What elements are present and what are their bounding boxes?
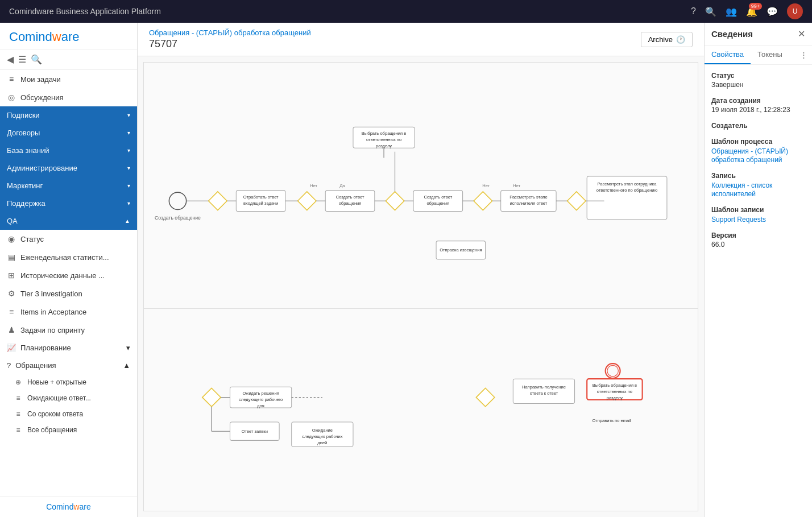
sidebar-sub-all-appeals[interactable]: ≡ Все обращения [0,422,137,438]
sidebar-group-administration[interactable]: Администрирование ▾ [0,159,137,177]
sidebar-footer-logo: Comindware [46,502,91,511]
knowledge-base-label: База знаний [7,146,49,155]
prop-version: Версия 66.0 [711,231,805,249]
all-appeals-label: Все обращения [27,426,77,434]
panel-tabs: Свойства Токены ⋮ [705,46,812,65]
tab-tokens[interactable]: Токены [751,46,789,64]
svg-marker-2 [209,192,227,210]
planning-label: Планирование [20,344,71,352]
svg-text:Создать обращение: Создать обращение [155,215,201,221]
sidebar-item-tier3[interactable]: ⚙ Tier 3 investigation [0,284,137,303]
subscriptions-label: Подписки [7,111,40,119]
sidebar-section-planning[interactable]: 📈 Планирование ▾ [0,339,137,357]
content-area: Обращения - (СТАРЫЙ) обработка обращений… [138,23,704,517]
help-icon[interactable]: ? [691,6,696,16]
svg-text:Нет: Нет [513,183,520,188]
svg-text:следующего рабочего: следующего рабочего [239,398,283,403]
qa-arrow-icon: ▲ [125,218,130,224]
sidebar-group-support[interactable]: Поддержка ▾ [0,195,137,212]
sidebar-logo-area: Comindware [0,23,137,49]
prop-status: Статус Завершен [711,72,805,89]
administration-arrow-icon: ▾ [127,165,130,171]
tab-properties[interactable]: Свойства [705,46,751,64]
svg-text:Ожидать решения: Ожидать решения [242,391,279,396]
diagram-top: Создать обращение Отработать ответ входя… [144,63,698,309]
my-tasks-label: Мои задачи [20,75,61,84]
collapse-sidebar-icon[interactable]: ◀ [7,54,14,65]
appeals-label: Обращения [15,361,56,370]
search-icon[interactable]: 🔍 [705,6,716,17]
sidebar-group-subscriptions[interactable]: Подписки ▾ [0,106,137,124]
historical-data-icon: ⊞ [7,271,16,280]
support-arrow-icon: ▾ [127,200,130,206]
panel-title: Сведения [711,29,753,39]
list-icon[interactable]: ☰ [18,54,26,65]
svg-point-63 [607,366,618,377]
notifications-icon[interactable]: 🔔 99+ [746,6,757,17]
archive-button-label: Archive [648,35,673,44]
sidebar-item-items-acceptance[interactable]: ≡ Items in Acceptance [0,303,137,321]
appeals-icon: ? [7,361,11,370]
svg-text:Рассмотреть этап сотрудника: Рассмотреть этап сотрудника [598,181,657,187]
sidebar-search-icon[interactable]: 🔍 [31,54,42,65]
sidebar-item-my-tasks[interactable]: ≡ Мои задачи [0,70,137,88]
user-avatar[interactable]: U [787,3,803,19]
historical-data-label: Исторические данные ... [20,271,105,280]
prop-record-template-label: Шаблон записи [711,206,805,214]
prop-creator: Создатель [711,122,805,130]
my-tasks-icon: ≡ [7,75,16,84]
breadcrumb[interactable]: Обращения - (СТАРЫЙ) обработка обращений [149,28,311,37]
panel-tab-more-icon[interactable]: ⋮ [796,46,812,64]
sidebar-sub-new-open[interactable]: ⊕ Новые + открытые [0,374,137,390]
sidebar-item-historical-data[interactable]: ⊞ Исторические данные ... [0,266,137,284]
topbar-icons: ? 🔍 👥 🔔 99+ 💬 U [691,3,803,19]
sidebar-item-weekly-stats[interactable]: ▤ Еженедельная статисти... [0,248,137,266]
page-title: 75707 [149,38,311,50]
topbar: Comindware Business Application Platform… [0,0,812,23]
discussions-label: Обсуждения [20,93,64,102]
main-layout: Comindware ◀ ☰ 🔍 ≡ Мои задачи ◎ Обсужден… [0,23,812,517]
svg-point-62 [606,364,620,379]
sidebar-sub-awaiting[interactable]: ≡ Ожидающие ответ... [0,390,137,406]
items-acceptance-label: Items in Acceptance [20,308,86,316]
svg-text:Нет: Нет [310,183,317,188]
messages-icon[interactable]: 💬 [767,6,778,17]
bpmn-diagram-bottom: Ожидать решения следующего рабочего дня … [144,309,698,511]
sidebar-sub-deadline[interactable]: ≡ Со сроком ответа [0,406,137,422]
svg-text:входящей задачи: входящей задачи [243,201,278,206]
prop-record-link[interactable]: Коллекция - список исполнителей [711,181,772,198]
svg-text:ответа к ответ: ответа к ответ [530,391,558,396]
svg-text:Отработать ответ: Отработать ответ [243,195,279,200]
sidebar-group-contracts[interactable]: Договоры ▾ [0,124,137,142]
sidebar-group-marketing[interactable]: Маркетинг ▾ [0,177,137,195]
svg-point-0 [169,192,186,209]
sidebar-item-discussions[interactable]: ◎ Обсуждения [0,88,137,106]
svg-text:Отправить по email: Отправить по email [592,418,631,423]
prop-version-label: Версия [711,231,805,239]
svg-text:дня: дня [257,403,264,408]
sidebar-item-status[interactable]: ◉ Статус [0,230,137,248]
svg-marker-10 [386,192,404,210]
new-open-label: Новые + открытые [27,378,86,386]
sidebar-item-sprint-tasks[interactable]: ♟ Задачи по спринту [0,321,137,339]
archive-button[interactable]: Archive 🕐 [641,32,693,47]
all-appeals-icon: ≡ [14,426,23,434]
prop-date-created: Дата создания 19 июля 2018 г., 12:28:23 [711,97,805,114]
sidebar-section-appeals[interactable]: ? Обращения ▲ [0,357,137,374]
tier3-label: Tier 3 investigation [20,289,82,298]
close-panel-icon[interactable]: ✕ [798,28,805,39]
support-label: Поддержка [7,199,45,208]
prop-process-template-link[interactable]: Обращения - (СТАРЫЙ) обработка обращений [711,147,788,164]
sidebar-group-qa[interactable]: QA ▲ [0,212,137,230]
diagram-area: Создать обращение Отработать ответ входя… [138,56,704,517]
svg-marker-6 [298,192,316,210]
sprint-tasks-icon: ♟ [7,325,16,334]
svg-marker-47 [202,388,221,407]
svg-text:разделу: разделу [607,395,623,400]
svg-text:следующих рабочих: следующих рабочих [302,434,342,439]
marketing-label: Маркетинг [7,181,43,190]
prop-record-template-link[interactable]: Support Requests [711,216,766,224]
sidebar-group-knowledge-base[interactable]: База знаний ▾ [0,142,137,159]
sidebar-scroll: ≡ Мои задачи ◎ Обсуждения Подписки ▾ Дог… [0,70,137,496]
users-icon[interactable]: 👥 [726,6,737,17]
